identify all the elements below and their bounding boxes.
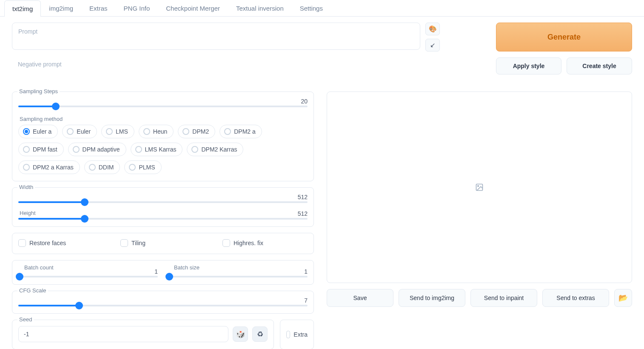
tab-txt2img[interactable]: txt2img (4, 0, 41, 17)
batch-count-slider[interactable] (18, 276, 158, 277)
dimensions-panel: Width 512 Height 512 (12, 187, 314, 227)
radio-heun[interactable]: Heun (139, 125, 174, 138)
height-slider[interactable] (18, 218, 308, 220)
radio-dpm2-a-karras[interactable]: DPM2 a Karras (18, 160, 80, 174)
radio-dpm2[interactable]: DPM2 (178, 125, 215, 138)
sampling-steps-slider[interactable] (18, 106, 308, 107)
tabs-bar: txt2img img2img Extras PNG Info Checkpoi… (0, 0, 644, 17)
prompt-input[interactable]: Prompt (12, 23, 420, 50)
width-slider[interactable] (18, 201, 308, 203)
seed-input[interactable] (18, 326, 228, 342)
radio-plms[interactable]: PLMS (124, 160, 161, 174)
highres-fix-checkbox[interactable]: Highres. fix (222, 239, 308, 247)
folder-icon: 📂 (618, 293, 628, 303)
svg-point-1 (478, 186, 479, 187)
recycle-icon: ♻ (257, 330, 263, 339)
send-extras-button[interactable]: Send to extras (542, 289, 609, 307)
radio-dpm-fast[interactable]: DPM fast (18, 143, 64, 156)
seed-panel: Seed 🎲 ♻ (12, 320, 274, 349)
seed-random-button[interactable]: 🎲 (233, 326, 248, 342)
batch-panel: Batch count 1 Batch size 1 (12, 260, 314, 285)
radio-euler-a[interactable]: Euler a (18, 125, 58, 138)
send-inpaint-button[interactable]: Send to inpaint (470, 289, 537, 307)
image-placeholder-icon (475, 183, 484, 192)
sampling-panel: Sampling Steps 20 Sampling method Euler … (12, 92, 314, 181)
seed-extra-panel: Extra (280, 320, 314, 349)
sampling-method-label: Sampling method (18, 116, 308, 122)
arrow-icon: ↙ (430, 41, 436, 49)
width-value: 512 (18, 194, 308, 200)
generate-button[interactable]: Generate (496, 23, 632, 51)
dice-icon: 🎲 (236, 330, 245, 339)
radio-dpm2-a[interactable]: DPM2 a (219, 125, 262, 138)
sampling-steps-label: Sampling Steps (17, 88, 60, 94)
tab-png-info[interactable]: PNG Info (116, 0, 158, 16)
tab-extras[interactable]: Extras (81, 0, 116, 16)
seed-reuse-button[interactable]: ♻ (252, 326, 268, 342)
options-panel: Restore faces Tiling Highres. fix (12, 233, 314, 254)
palette-button[interactable]: 🎨 (425, 23, 440, 35)
seed-extra-checkbox[interactable] (286, 331, 290, 338)
radio-lms[interactable]: LMS (101, 125, 134, 138)
send-img2img-button[interactable]: Send to img2img (399, 289, 465, 307)
save-button[interactable]: Save (327, 289, 393, 307)
tab-settings[interactable]: Settings (292, 0, 331, 16)
seed-extra-label: Extra (294, 331, 308, 338)
radio-dpm2-karras[interactable]: DPM2 Karras (187, 143, 243, 156)
open-folder-button[interactable]: 📂 (614, 289, 632, 307)
height-value: 512 (18, 210, 308, 217)
width-label: Width (17, 184, 35, 190)
sampling-method-radios: Euler a Euler LMS Heun DPM2 DPM2 a DPM f… (18, 125, 308, 174)
batch-size-slider[interactable] (168, 276, 308, 277)
tab-img2img[interactable]: img2img (41, 0, 81, 16)
output-preview (327, 92, 632, 283)
create-style-button[interactable]: Create style (567, 57, 632, 74)
interrogate-button[interactable]: ↙ (425, 39, 440, 51)
cfg-value: 7 (18, 297, 308, 304)
radio-dpm-adaptive[interactable]: DPM adaptive (68, 143, 126, 156)
palette-icon: 🎨 (429, 25, 437, 33)
seed-label: Seed (17, 316, 34, 323)
apply-style-button[interactable]: Apply style (496, 57, 561, 74)
tiling-checkbox[interactable]: Tiling (120, 239, 205, 247)
sampling-steps-value: 20 (18, 98, 308, 105)
radio-euler[interactable]: Euler (62, 125, 97, 138)
cfg-panel: CFG Scale 7 (12, 291, 314, 314)
radio-ddim[interactable]: DDIM (84, 160, 120, 174)
batch-count-label: Batch count (23, 264, 55, 271)
cfg-slider[interactable] (18, 305, 308, 306)
cfg-label: CFG Scale (17, 287, 48, 294)
batch-size-label: Batch size (172, 264, 201, 271)
tab-textual-inversion[interactable]: Textual inversion (228, 0, 292, 16)
negative-prompt-input[interactable]: Negative prompt (12, 56, 420, 80)
radio-lms-karras[interactable]: LMS Karras (131, 143, 183, 156)
tab-checkpoint-merger[interactable]: Checkpoint Merger (158, 0, 228, 16)
restore-faces-checkbox[interactable]: Restore faces (18, 239, 103, 247)
